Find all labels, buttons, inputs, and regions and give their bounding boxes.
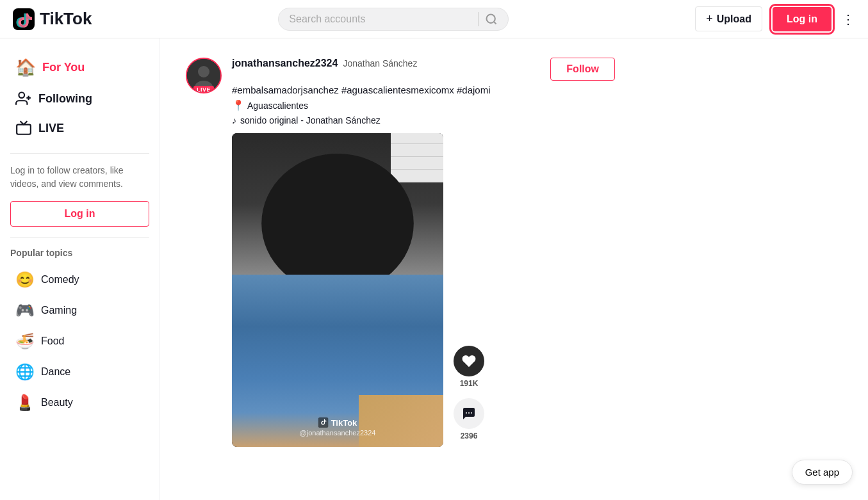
tv-icon — [15, 120, 32, 136]
post-sound: ♪ sonido original - Jonathan Sánchez — [232, 115, 615, 125]
location-icon: 📍 — [232, 99, 245, 111]
sidebar-item-gaming[interactable]: 🎮 Gaming — [10, 295, 149, 326]
sidebar-divider-1 — [10, 153, 149, 154]
watermark-brand-text: TikTok — [331, 418, 357, 428]
watermark-tiktok-icon — [318, 417, 329, 428]
post-username[interactable]: jonathansanchez2324 — [232, 58, 338, 69]
sidebar-item-for-you[interactable]: 🏠 For You — [10, 51, 149, 84]
sidebar-login-message: Log in to follow creators, like videos, … — [10, 164, 149, 191]
topic-comedy-label: Comedy — [41, 274, 79, 286]
comments-count: 2396 — [461, 431, 478, 440]
gaming-icon: 🎮 — [15, 302, 35, 319]
upload-label: Upload — [717, 13, 751, 25]
search-divider — [478, 12, 479, 26]
post-location: 📍 Aguascalientes — [232, 99, 615, 111]
search-icon — [485, 13, 498, 26]
main-content: LIVE jonathansanchez2324 Jonathan Sánche… — [160, 38, 641, 460]
post-author-row: jonathansanchez2324 Jonathan Sánchez — [232, 58, 417, 69]
sidebar-item-following[interactable]: Following — [10, 84, 149, 113]
comedy-icon: 😊 — [15, 271, 35, 289]
post-author-info: jonathansanchez2324 Jonathan Sánchez — [232, 58, 417, 69]
follow-button[interactable]: Follow — [550, 58, 615, 81]
music-note-icon: ♪ — [232, 115, 236, 125]
heart-icon — [461, 353, 477, 369]
sidebar: 🏠 For You Following — [0, 38, 160, 460]
post-display-name: Jonathan Sánchez — [343, 58, 417, 69]
main-nav: 🏠 For You Following — [10, 51, 149, 143]
login-button[interactable]: Log in — [773, 7, 831, 31]
more-icon: ⋮ — [842, 12, 855, 26]
sidebar-item-following-label: Following — [38, 92, 92, 106]
topic-dance-label: Dance — [41, 366, 70, 378]
header-left: TikTok — [13, 8, 92, 30]
topic-beauty-label: Beauty — [41, 397, 73, 408]
search-icon-button[interactable] — [485, 13, 498, 26]
svg-point-13 — [471, 412, 472, 414]
svg-point-11 — [466, 412, 467, 414]
video-background: TikTok @jonathansanchez2324 — [232, 133, 443, 447]
comment-icon — [461, 406, 477, 421]
header-search-bar — [278, 8, 509, 31]
video-top-area — [232, 133, 443, 275]
post-location-text: Aguascalientes — [247, 101, 308, 111]
like-button[interactable]: 191K — [454, 346, 484, 388]
post-description: #embalsamadorjsanchez #aguascalientesmex… — [232, 85, 615, 95]
topic-food-label: Food — [41, 335, 64, 347]
more-options-button[interactable]: ⋮ — [842, 12, 855, 27]
sidebar-divider-2 — [10, 237, 149, 238]
svg-line-2 — [494, 21, 496, 24]
page-layout: 🏠 For You Following — [0, 0, 868, 460]
header: TikTok + Upload Log in ⋮ — [0, 0, 868, 38]
sidebar-login-button[interactable]: Log in — [10, 201, 149, 227]
like-icon-circle — [454, 346, 484, 376]
sidebar-item-dance[interactable]: 🌐 Dance — [10, 357, 149, 387]
tile-background — [391, 133, 444, 182]
post-sound-text: sonido original - Jonathan Sánchez — [240, 115, 381, 125]
sidebar-item-beauty[interactable]: 💄 Beauty — [10, 387, 149, 418]
sidebar-item-live-label: LIVE — [38, 122, 64, 135]
svg-rect-6 — [17, 125, 31, 134]
video-post: LIVE jonathansanchez2324 Jonathan Sánche… — [186, 58, 615, 447]
svg-point-3 — [19, 92, 24, 98]
avatar[interactable]: LIVE — [186, 58, 222, 93]
sidebar-item-live[interactable]: LIVE — [10, 113, 149, 143]
upload-button[interactable]: + Upload — [695, 6, 762, 31]
tiktok-logo-text: TikTok — [40, 9, 92, 29]
live-icon — [15, 120, 32, 136]
sidebar-item-for-you-label: For You — [42, 61, 85, 74]
svg-point-12 — [468, 412, 470, 414]
video-watermark: TikTok @jonathansanchez2324 — [300, 417, 376, 437]
svg-point-1 — [487, 14, 495, 22]
dance-icon: 🌐 — [15, 363, 35, 381]
sidebar-item-food[interactable]: 🍜 Food — [10, 326, 149, 357]
svg-point-8 — [198, 66, 209, 77]
following-icon — [15, 90, 32, 107]
home-icon: 🏠 — [15, 58, 36, 77]
comment-icon-circle — [454, 398, 484, 429]
video-actions: 191K 2396 — [454, 346, 484, 447]
post-avatar-area: LIVE — [186, 58, 222, 447]
svg-rect-10 — [318, 417, 329, 428]
watermark-brand: TikTok — [318, 417, 357, 428]
comment-button[interactable]: 2396 — [454, 398, 484, 440]
header-right: + Upload Log in ⋮ — [695, 6, 855, 31]
tiktok-logo-icon — [13, 8, 35, 30]
post-body: jonathansanchez2324 Jonathan Sánchez Fol… — [232, 58, 615, 447]
upload-plus-icon: + — [706, 12, 713, 26]
food-icon: 🍜 — [15, 332, 35, 350]
sidebar-item-comedy[interactable]: 😊 Comedy — [10, 264, 149, 295]
popular-topics-title: Popular topics — [10, 248, 149, 258]
beauty-icon: 💄 — [15, 394, 35, 412]
video-section: TikTok @jonathansanchez2324 — [232, 133, 615, 447]
post-header: jonathansanchez2324 Jonathan Sánchez Fol… — [232, 58, 615, 81]
likes-count: 191K — [460, 379, 479, 388]
topic-gaming-label: Gaming — [41, 305, 77, 316]
search-input[interactable] — [289, 13, 471, 25]
watermark-username-text: @jonathansanchez2324 — [300, 429, 376, 437]
live-badge: LIVE — [193, 86, 214, 93]
person-icon — [15, 90, 32, 107]
video-container[interactable]: TikTok @jonathansanchez2324 — [232, 133, 443, 447]
